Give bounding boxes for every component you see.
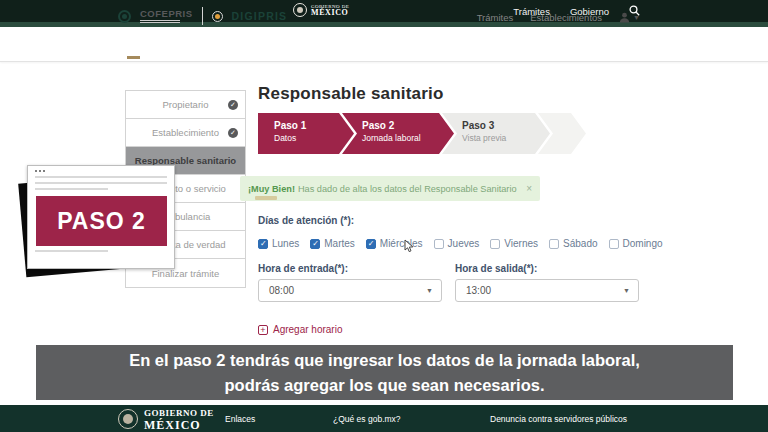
footer-logo-line2: MÉXICO (144, 419, 214, 432)
placeholder-line (35, 176, 167, 178)
card-window: PASO 2 (27, 165, 175, 269)
cofepris-logo-text: COFEPRIS (140, 9, 193, 19)
sidebar-item-establecimiento[interactable]: Establecimiento ✓ (126, 119, 245, 147)
chevron-down-icon: ▼ (623, 287, 630, 294)
alert-bold-text: ¡Muy Bien! (248, 184, 295, 194)
calendar-plus-icon: + (258, 325, 268, 335)
decorative-tan-bar (127, 56, 140, 59)
chevron-down-icon: ▼ (426, 287, 433, 294)
eagle-seal-icon (293, 3, 307, 17)
checkbox-martes[interactable]: Martes (310, 238, 355, 249)
jornada-form: Días de atención (*): Lunes Martes Miérc… (258, 215, 653, 335)
checkbox-viernes[interactable]: Viernes (490, 238, 538, 249)
days-checkbox-row: Lunes Martes Miércoles Jueves Viernes Sá… (258, 238, 653, 249)
entry-time-label: Hora de entrada(*): (258, 263, 455, 274)
checkbox-icon[interactable] (549, 239, 559, 249)
check-icon: ✓ (228, 128, 238, 138)
days-label: Días de atención (*): (258, 215, 653, 226)
checkbox-icon[interactable] (490, 239, 500, 249)
footer-link-enlaces[interactable]: Enlaces (225, 414, 255, 424)
step-paso-2[interactable]: Paso 2 Jornada laboral (342, 113, 454, 154)
checkbox-jueves[interactable]: Jueves (434, 238, 480, 249)
digipris-logo-text: DIGIPRIS (232, 10, 288, 22)
close-icon[interactable]: × (526, 183, 532, 194)
user-icon (619, 12, 630, 23)
alert-text: Has dado de alta los datos del Responsab… (298, 184, 517, 194)
step-paso-1[interactable]: Paso 1 Datos (258, 113, 354, 154)
cofepris-logo-icon (118, 10, 131, 23)
checkbox-icon[interactable] (310, 239, 320, 249)
page-title: Responsable sanitario (258, 84, 658, 104)
checkbox-miercoles[interactable]: Miércoles (366, 238, 423, 249)
checkbox-sabado[interactable]: Sábado (549, 238, 597, 249)
mouse-cursor-icon (404, 239, 414, 257)
gov-topbar (0, 0, 768, 22)
user-menu[interactable]: ▼ (619, 12, 640, 23)
step-paso-3[interactable]: Paso 3 Vista previa (442, 113, 550, 154)
placeholder-line (35, 182, 167, 184)
eagle-seal-icon (118, 409, 138, 429)
checkbox-icon[interactable] (609, 239, 619, 249)
checkbox-domingo[interactable]: Domingo (609, 238, 663, 249)
gov-footer: GOBIERNO DE MÉXICO Enlaces ¿Qué es gob.m… (0, 405, 768, 432)
caption-line2: podrás agregar los que sean necesarios. (224, 373, 544, 398)
entry-time-select[interactable]: 08:00 ▼ (258, 279, 442, 302)
footer-link-que-es-gobmx[interactable]: ¿Qué es gob.mx? (333, 414, 401, 424)
gobierno-logo: GOBIERNO DE MÉXICO (293, 3, 349, 17)
checkbox-icon[interactable] (258, 239, 268, 249)
caption-line1: En el paso 2 tendrás que ingresar los da… (129, 348, 640, 373)
window-dots-icon (35, 170, 167, 172)
sidebar-item-propietario[interactable]: Propietario ✓ (126, 91, 245, 119)
gobierno-logo-line2: MÉXICO (311, 9, 349, 17)
header-link-tramites[interactable]: Trámites (477, 12, 514, 23)
exit-time-label: Hora de salida(*): (455, 263, 652, 274)
footer-link-denuncia[interactable]: Denuncia contra servidores públicos (490, 414, 627, 424)
checkbox-lunes[interactable]: Lunes (258, 238, 299, 249)
paso2-overlay-card: PASO 2 (25, 163, 177, 275)
decorative-yellow-bar (255, 196, 277, 200)
video-caption: En el paso 2 tendrás que ingresar los da… (36, 345, 733, 400)
paso2-banner-text: PASO 2 (57, 208, 146, 235)
app-header (0, 27, 768, 62)
checkbox-icon[interactable] (434, 239, 444, 249)
brand-block: COFEPRIS DIGIPRIS (118, 7, 287, 25)
chevron-down-icon: ▼ (633, 14, 640, 21)
header-link-establecimientos[interactable]: Establecimientos (530, 12, 602, 23)
paso2-banner: PASO 2 (36, 196, 167, 246)
brand-divider (202, 7, 203, 25)
exit-time-select[interactable]: 13:00 ▼ (455, 279, 639, 302)
success-alert: ¡Muy Bien! Has dado de alta los datos de… (240, 176, 540, 201)
checkbox-icon[interactable] (366, 239, 376, 249)
step-wizard: Paso 1 Datos Paso 2 Jornada laboral Paso… (258, 113, 658, 154)
placeholder-line (35, 188, 108, 190)
cofepris-logo-subtext (140, 20, 180, 23)
check-icon: ✓ (228, 100, 238, 110)
digipris-logo-icon (212, 11, 223, 22)
add-schedule-link[interactable]: + Agregar horario (258, 324, 653, 335)
time-row: Hora de entrada(*): 08:00 ▼ Hora de sali… (258, 263, 653, 302)
placeholder-line (35, 250, 108, 252)
footer-gobierno-logo: GOBIERNO DE MÉXICO (118, 409, 214, 432)
